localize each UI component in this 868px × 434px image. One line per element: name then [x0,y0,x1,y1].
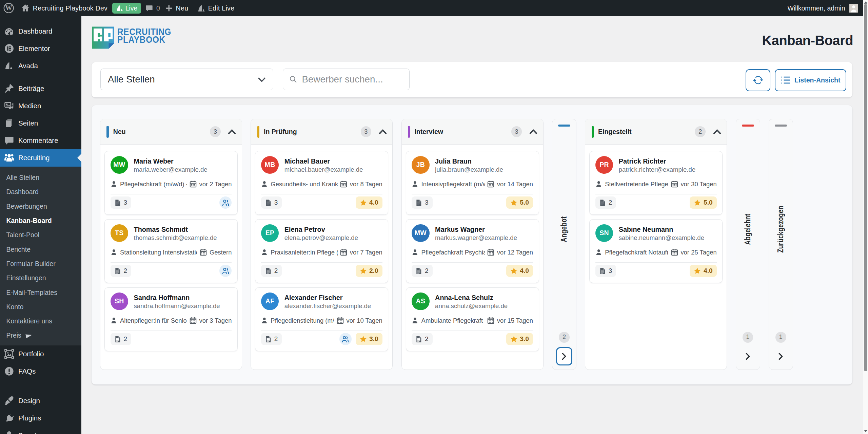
svg-text:W: W [5,4,12,12]
